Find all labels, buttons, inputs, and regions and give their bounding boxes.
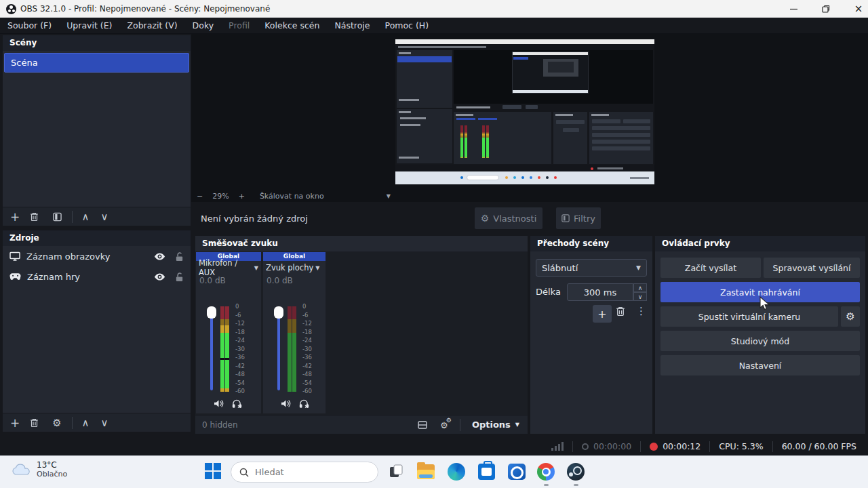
lock-icon[interactable] [175, 251, 184, 262]
mixer-layout-button[interactable] [413, 416, 432, 434]
taskbar-weather-widget[interactable]: 13°C Oblačno [11, 460, 67, 479]
add-transition-button[interactable]: + [593, 305, 612, 323]
chrome-icon [537, 463, 555, 481]
outlook-button[interactable] [508, 463, 526, 481]
zoom-in-button[interactable]: + [239, 192, 245, 201]
chrome-button[interactable] [537, 463, 555, 481]
mini-controls-panel [589, 112, 653, 164]
mini-nosource-text [456, 106, 490, 108]
outlook-icon [508, 464, 526, 480]
volume-slider-track[interactable] [210, 309, 213, 390]
mixer-channel-desktop: Global Zvuk plochy▼ 0.0 dB 0-6-12-18-24-… [263, 252, 326, 413]
source-item-game-capture[interactable]: Záznam hry [3, 266, 191, 287]
scenes-header[interactable]: Scény [3, 35, 191, 51]
spin-up-button[interactable]: ∧ [633, 283, 647, 292]
mouse-cursor [757, 296, 771, 311]
source-move-down-button[interactable]: ∨ [95, 414, 114, 432]
sources-header[interactable]: Zdroje [3, 230, 191, 246]
file-explorer-button[interactable] [417, 463, 435, 481]
mixer-channel-mic: Global Mikrofon / AUX▼ 0.0 dB 0-6-12-18-… [196, 252, 261, 413]
virtual-camera-settings-button[interactable]: ⚙ [841, 306, 860, 327]
volume-slider-handle[interactable] [207, 306, 216, 319]
spin-down-button[interactable]: ∨ [633, 292, 647, 301]
transitions-header[interactable]: Přechody scény [530, 236, 652, 251]
remove-source-button[interactable] [24, 414, 43, 432]
menu-kolekce-scen[interactable]: Kolekce scén [257, 18, 327, 33]
volume-slider-track[interactable] [277, 309, 280, 390]
add-source-button[interactable]: + [5, 414, 24, 432]
taskbar-search-box[interactable] [231, 462, 378, 483]
minimize-button[interactable] [778, 0, 808, 18]
search-input[interactable] [255, 467, 357, 477]
studio-mode-button[interactable]: Studiový mód [660, 331, 860, 351]
headphones-off-icon[interactable] [299, 399, 309, 408]
task-view-icon [388, 463, 404, 479]
mixer-group-badge: Global [263, 252, 326, 261]
zoom-out-button[interactable]: − [197, 192, 203, 201]
menu-soubor[interactable]: Soubor (F) [0, 18, 59, 33]
mini-titlebar [395, 39, 654, 44]
mixer-advanced-button[interactable]: ⚙⚙ [435, 416, 454, 434]
volume-slider-handle[interactable] [274, 306, 283, 319]
menu-profil[interactable]: Profil [221, 18, 257, 33]
mini-statusbar [395, 165, 654, 171]
remove-scene-button[interactable] [24, 208, 43, 226]
gear-icon: ⚙ [481, 213, 490, 224]
duration-input[interactable]: 300 ms [567, 283, 633, 301]
source-move-up-button[interactable]: ∧ [76, 414, 95, 432]
menu-pomoc[interactable]: Pomoc (H) [378, 18, 437, 33]
mixer-channel-name[interactable]: Mikrofon / AUX▼ [196, 261, 261, 274]
scene-item-selected[interactable]: Scéna [4, 53, 189, 73]
close-button[interactable]: × [844, 0, 868, 18]
double-gear-icon: ⚙⚙ [440, 419, 448, 431]
meter-scale: 0-6-12-18-24-30-36-42-48-54-60 [235, 304, 258, 394]
menu-zobrazit[interactable]: Zobrazit (V) [119, 18, 184, 33]
start-streaming-button[interactable]: Začít vysílat [660, 258, 761, 278]
mixer-header[interactable]: Směšovač zvuku [195, 236, 528, 251]
source-item-screen-capture[interactable]: Záznam obrazovky [3, 246, 191, 266]
transition-select[interactable]: Slábnutí▼ [536, 259, 647, 277]
restore-button[interactable] [811, 0, 841, 18]
duration-spinner: ∧ ∨ [633, 283, 647, 301]
steam-button[interactable] [567, 463, 585, 481]
microsoft-store-button[interactable] [478, 463, 496, 481]
speaker-icon[interactable] [281, 399, 291, 408]
headphones-off-icon[interactable] [232, 399, 242, 408]
preview-video[interactable] [395, 39, 654, 184]
filters-button[interactable]: Filtry [556, 207, 601, 229]
remove-transition-button[interactable] [616, 306, 625, 317]
mixer-channel-name[interactable]: Zvuk plochy▼ [263, 261, 326, 274]
lock-icon[interactable] [175, 272, 184, 282]
add-scene-button[interactable]: + [5, 208, 24, 226]
obs-app-window: OBS 32.1.0 - Profil: Nepojmenované - Scé… [0, 0, 868, 488]
mini-mixer-panel [454, 112, 551, 164]
mixer-options-button[interactable]: Options▼ [464, 420, 528, 430]
start-virtual-camera-button[interactable]: Spustit virtuální kameru [660, 306, 838, 327]
scale-mode-dropdown[interactable]: Škálovat na okno [260, 192, 324, 201]
scene-filters-button[interactable] [47, 208, 66, 226]
menu-upravit[interactable]: Upravit (E) [59, 18, 119, 33]
controls-header[interactable]: Ovládací prvky [655, 236, 865, 251]
scene-move-up-button[interactable]: ∧ [76, 208, 95, 226]
meter-scale: 0-6-12-18-24-30-36-42-48-54-60 [302, 304, 326, 394]
start-button[interactable] [205, 463, 222, 481]
menu-nastroje[interactable]: Nástroje [327, 18, 377, 33]
scene-filter-icon [53, 212, 62, 222]
obs-app-icon [6, 4, 16, 14]
task-view-button[interactable] [388, 463, 406, 481]
scene-move-down-button[interactable]: ∨ [95, 208, 114, 226]
chevron-down-icon: ▼ [636, 264, 641, 271]
source-properties-button[interactable]: ⚙ [47, 414, 66, 432]
visibility-eye-icon[interactable] [154, 272, 165, 281]
menu-doky[interactable]: Doky [185, 18, 221, 33]
speaker-icon[interactable] [214, 399, 224, 408]
edge-button[interactable] [448, 463, 465, 481]
stats-indicator [542, 441, 572, 453]
visibility-eye-icon[interactable] [154, 252, 165, 261]
transition-properties-button[interactable]: ⋮ [636, 305, 646, 317]
settings-button[interactable]: Nastavení [660, 355, 860, 375]
manage-broadcast-button[interactable]: Spravovat vysílání [764, 258, 860, 278]
scale-mode-arrow-icon[interactable]: ▼ [387, 193, 391, 199]
properties-button[interactable]: ⚙ Vlastnosti [475, 207, 542, 229]
audio-meter-right [225, 306, 229, 392]
